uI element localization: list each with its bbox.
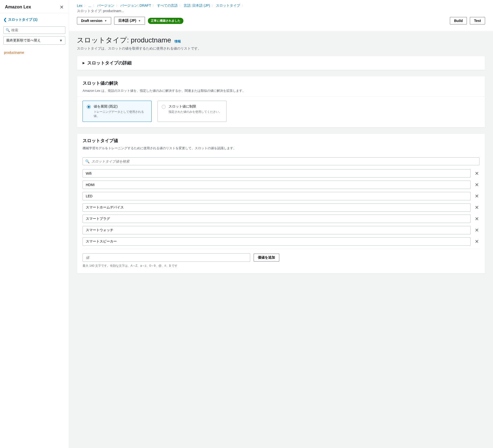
status-badge: 正常に構築されました (148, 18, 183, 24)
action-row: Draft version ▼ 日本語 (JP) ▼ 正常に構築されました Bu… (77, 13, 485, 29)
crumb-all-languages[interactable]: すべての言語 (157, 3, 178, 8)
back-link-label: スロットタイプ (1) (8, 18, 37, 22)
value-row: ✕ (83, 181, 479, 189)
draft-version-dropdown[interactable]: Draft version ▼ (77, 17, 111, 24)
chevron-left-icon: ❮ (3, 17, 7, 22)
crumb-lex[interactable]: Lex (77, 4, 83, 8)
resolution-expand-label: 値を展開 (既定) (94, 104, 147, 109)
value-input[interactable] (83, 237, 471, 246)
value-row: ✕ (83, 169, 479, 178)
resolution-restrict-label: スロット値に制限 (169, 104, 222, 109)
radio-icon (87, 105, 91, 109)
sort-dropdown[interactable]: 最終更新順で並べ替え ▼ (3, 36, 65, 45)
remove-value-icon[interactable]: ✕ (474, 171, 479, 176)
chevron-right-icon: 〉 (93, 4, 96, 8)
chevron-right-icon: 〉 (153, 4, 156, 8)
breadcrumb: Lex〉 ...〉 バージョン〉 バージョン: DRAFT〉 すべての言語〉 言… (77, 3, 485, 8)
page-description: スロットタイプは、スロットの値を取得するために使用される値のリストです。 (77, 46, 485, 51)
chevron-right-icon: 〉 (242, 4, 245, 8)
panel-title-values: スロットタイプ値 (83, 138, 118, 144)
value-row: ✕ (83, 226, 479, 234)
build-button[interactable]: Build (450, 17, 467, 24)
panel-slot-resolution: スロット値の解決 Amazon Lex は、発話のスロット値を、指定した値のみに… (77, 76, 485, 128)
panel-title-details: スロットタイプの詳細 (87, 60, 132, 66)
topbar: Lex〉 ...〉 バージョン〉 バージョン: DRAFT〉 すべての言語〉 言… (69, 0, 493, 31)
crumb-versions[interactable]: バージョン (97, 3, 114, 8)
crumb-dots[interactable]: ... (88, 4, 91, 8)
panel-slot-values: スロットタイプ値 機械学習モデルをトレーニングするために使用される値のリストを変… (77, 133, 485, 274)
values-description: 機械学習モデルをトレーニングするために使用される値のリストを変更して、スロットの… (77, 146, 485, 154)
panel-slot-type-details: ▶ スロットタイプの詳細 (77, 56, 485, 70)
add-value-input[interactable] (83, 253, 250, 262)
close-icon[interactable]: ✕ (60, 5, 64, 10)
value-input[interactable] (83, 192, 471, 200)
crumb-version-draft[interactable]: バージョン: DRAFT (120, 3, 151, 8)
back-link-slot-types[interactable]: ❮ スロットタイプ (1) (3, 17, 65, 22)
caret-down-icon: ▼ (138, 19, 141, 22)
crumb-slot-types[interactable]: スロットタイプ (216, 3, 240, 8)
chevron-right-icon: 〉 (116, 4, 119, 8)
value-input[interactable] (83, 169, 471, 178)
sidebar-item-productname[interactable]: productname (3, 50, 65, 56)
draft-version-label: Draft version (81, 19, 102, 23)
panel-header-details[interactable]: ▶ スロットタイプの詳細 (77, 56, 485, 70)
panel-title-resolution: スロット値の解決 (83, 80, 118, 86)
chevron-right-icon: 〉 (179, 4, 182, 8)
value-hint: 最大 140 文字です。有効な文字は、A～Z、a～z、0～9、@、#、$ です (83, 264, 479, 268)
value-row: ✕ (83, 237, 479, 246)
caret-down-icon: ▼ (59, 38, 63, 42)
radio-icon (162, 105, 166, 109)
page-title: スロットタイプ: productname (77, 36, 171, 45)
sort-label: 最終更新順で並べ替え (6, 38, 41, 43)
language-dropdown[interactable]: 日本語 (JP) ▼ (114, 17, 145, 25)
value-row: ✕ (83, 203, 479, 212)
resolution-expand-option[interactable]: 値を展開 (既定) トレーニングデータとして使用される値。 (83, 101, 152, 122)
value-input[interactable] (83, 181, 471, 189)
remove-value-icon[interactable]: ✕ (474, 194, 479, 199)
value-input[interactable] (83, 215, 471, 223)
value-input[interactable] (83, 203, 471, 212)
info-link[interactable]: 情報 (175, 39, 181, 44)
remove-value-icon[interactable]: ✕ (474, 239, 479, 244)
resolution-expand-desc: トレーニングデータとして使用される値。 (94, 110, 147, 118)
search-icon: 🔍 (85, 159, 89, 163)
caret-down-icon: ▼ (104, 19, 107, 22)
crumb-language-jp[interactable]: 言語: 日本語 (JP) (184, 3, 210, 8)
remove-value-icon[interactable]: ✕ (474, 182, 479, 187)
crumb-current: スロットタイプ: productnam... (77, 9, 485, 13)
chevron-right-icon: 〉 (211, 4, 214, 8)
test-button[interactable]: Test (470, 17, 485, 24)
triangle-right-icon: ▶ (83, 61, 85, 65)
add-value-button[interactable]: 価値を追加 (254, 254, 279, 261)
sidebar: Amazon Lex ✕ ❮ スロットタイプ (1) 🔍 最終更新順で並べ替え … (0, 0, 69, 448)
remove-value-icon[interactable]: ✕ (474, 216, 479, 221)
resolution-restrict-option[interactable]: スロット値に制限 指定された値のみを使用してください。 (158, 101, 227, 122)
search-icon: 🔍 (6, 28, 10, 32)
main: Lex〉 ...〉 バージョン〉 バージョン: DRAFT〉 すべての言語〉 言… (69, 0, 493, 448)
chevron-right-icon: 〉 (84, 4, 87, 8)
remove-value-icon[interactable]: ✕ (474, 205, 479, 210)
value-input[interactable] (83, 226, 471, 234)
value-row: ✕ (83, 215, 479, 223)
sidebar-search-input[interactable] (11, 28, 63, 32)
sidebar-header: Amazon Lex ✕ (0, 0, 69, 13)
sidebar-search[interactable]: 🔍 (3, 26, 65, 34)
resolution-restrict-desc: 指定された値のみを使用してください。 (169, 110, 222, 114)
remove-value-icon[interactable]: ✕ (474, 228, 479, 233)
resolution-description: Amazon Lex は、発話のスロット値を、指定した値のみに解決するか、関連ま… (77, 89, 485, 96)
value-row: ✕ (83, 192, 479, 200)
language-label: 日本語 (JP) (118, 19, 136, 23)
values-search[interactable]: 🔍 (83, 157, 479, 165)
sidebar-title: Amazon Lex (5, 4, 31, 10)
values-search-input[interactable] (91, 159, 477, 163)
